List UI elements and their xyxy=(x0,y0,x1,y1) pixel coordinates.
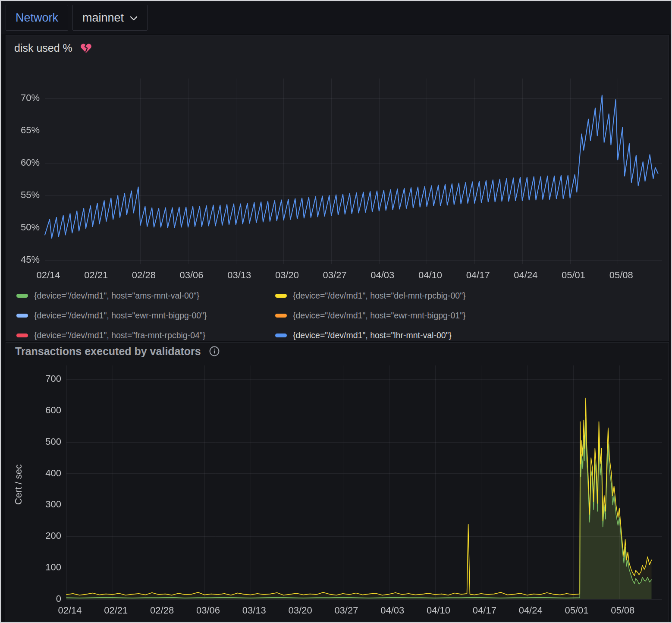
panel-disk-used: disk used % {device="/dev/md1", host="am… xyxy=(6,35,669,341)
legend-series-swatch xyxy=(275,334,287,337)
info-icon[interactable] xyxy=(209,346,220,357)
legend-series-swatch xyxy=(16,334,28,337)
legend-series-label: {device="/dev/md1", host="del-mnt-rpcbig… xyxy=(293,291,466,301)
legend-series-swatch xyxy=(275,314,287,318)
dashboard-submenu: Network mainnet xyxy=(1,1,671,34)
legend-series-swatch xyxy=(16,294,28,298)
chevron-down-icon xyxy=(130,16,138,21)
legend-series-label: {device="/dev/md1", host="ams-mnt-val-00… xyxy=(34,291,199,301)
panel-title-disk-used[interactable]: disk used % xyxy=(14,42,72,54)
panel-title-transactions[interactable]: Transactions executed by validators xyxy=(15,345,201,358)
legend-item[interactable]: {device="/dev/md1", host="del-mnt-rpcbig… xyxy=(275,286,669,305)
legend-series-label: {device="/dev/md1", host="fra-mnt-rpcbig… xyxy=(34,330,205,340)
disk-chart-legend: {device="/dev/md1", host="ams-mnt-val-00… xyxy=(6,282,669,345)
variable-value-text: mainnet xyxy=(82,11,124,25)
legend-item[interactable]: {device="/dev/md1", host="ams-mnt-val-00… xyxy=(16,286,275,305)
legend-series-label: {device="/dev/md1", host="ewr-mnt-bigpg-… xyxy=(34,311,207,321)
legend-series-label: {device="/dev/md1", host="ewr-mnt-bigpg-… xyxy=(293,311,466,321)
legend-item[interactable]: {device="/dev/md1", host="ewr-mnt-bigpg-… xyxy=(275,305,669,325)
grafana-dashboard: { "toolbar": { "variable_label": "Networ… xyxy=(0,0,672,623)
variable-value-dropdown[interactable]: mainnet xyxy=(72,5,148,31)
disk-used-chart[interactable] xyxy=(6,61,669,281)
panel-tx-header: Transactions executed by validators xyxy=(6,343,669,360)
legend-series-label: {device="/dev/md1", host="lhr-mnt-val-00… xyxy=(293,330,452,340)
panel-disk-header: disk used % xyxy=(6,35,669,60)
legend-series-swatch xyxy=(16,314,28,318)
variable-label-network[interactable]: Network xyxy=(6,5,68,31)
legend-item[interactable]: {device="/dev/md1", host="ewr-mnt-bigpg-… xyxy=(16,305,275,325)
broken-heart-icon xyxy=(80,43,92,53)
panel-transactions: Transactions executed by validators xyxy=(6,342,669,623)
transactions-chart[interactable] xyxy=(6,359,669,623)
legend-series-swatch xyxy=(275,294,287,298)
